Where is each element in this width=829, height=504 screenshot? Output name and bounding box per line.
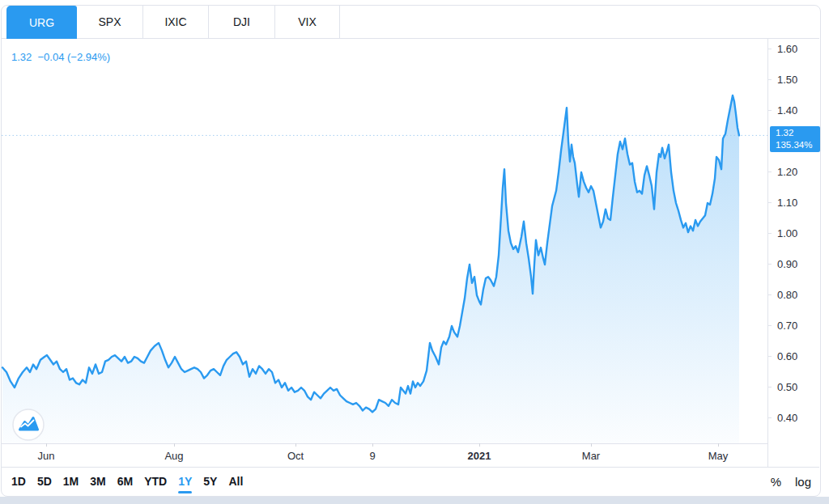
time-tick-mark bbox=[295, 443, 296, 447]
price-tick-mark bbox=[767, 264, 772, 265]
price-tick-label: 1.20 bbox=[777, 166, 797, 178]
price-tick-mark bbox=[767, 79, 772, 80]
price-tick-label: 0.40 bbox=[777, 412, 797, 424]
current-price-label: 1.32 135.34% bbox=[770, 126, 820, 152]
tradingview-widget: URGSPXIXICDJIVIX 1.32 −0.04 (−2.94%) 1.6… bbox=[0, 0, 829, 504]
tab-urg[interactable]: URG bbox=[6, 6, 77, 39]
price-tick-mark bbox=[767, 172, 772, 172]
time-tick-label: 2021 bbox=[468, 450, 491, 462]
percent-scale-button[interactable]: % bbox=[771, 475, 781, 489]
time-tick-label: Oct bbox=[287, 450, 304, 462]
range-button-1y[interactable]: 1Y bbox=[178, 474, 192, 489]
time-tick-label: 9 bbox=[369, 450, 375, 462]
price-tick: 1.60 bbox=[767, 43, 797, 55]
time-tick-label: May bbox=[708, 450, 729, 462]
time-tick-mark bbox=[591, 443, 592, 447]
price-tick: 1.20 bbox=[767, 166, 797, 178]
price-tick: 1.10 bbox=[767, 197, 797, 209]
time-tick-mark bbox=[479, 443, 480, 447]
price-tick-label: 1.60 bbox=[777, 43, 797, 55]
price-tick: 0.70 bbox=[767, 320, 797, 332]
price-tick-mark bbox=[767, 325, 772, 326]
price-tick: 0.50 bbox=[767, 381, 797, 393]
symbol-tab-bar: URGSPXIXICDJIVIX bbox=[6, 6, 340, 39]
page-background-strip bbox=[0, 497, 829, 504]
price-tick: 0.80 bbox=[767, 289, 797, 301]
range-button-3m[interactable]: 3M bbox=[90, 474, 105, 489]
toolbar-divider bbox=[2, 467, 819, 468]
price-tick-label: 0.60 bbox=[777, 350, 797, 362]
scale-toggle-group: %log bbox=[771, 472, 811, 491]
time-tick-label: Mar bbox=[582, 450, 600, 462]
price-tick: 1.00 bbox=[767, 227, 797, 239]
time-tick-label: Aug bbox=[164, 450, 183, 462]
range-button-ytd[interactable]: YTD bbox=[144, 474, 167, 489]
log-scale-button[interactable]: log bbox=[795, 475, 811, 489]
tab-dji[interactable]: DJI bbox=[209, 6, 275, 38]
current-price-percent: 135.34% bbox=[776, 139, 820, 151]
price-tick-label: 1.10 bbox=[777, 197, 797, 209]
chart-pan-area[interactable] bbox=[2, 39, 767, 443]
price-tick: 0.90 bbox=[767, 258, 797, 270]
range-button-5y[interactable]: 5Y bbox=[203, 474, 217, 489]
price-tick-label: 1.40 bbox=[777, 104, 797, 116]
price-tick-mark bbox=[767, 110, 772, 111]
price-tick-mark bbox=[767, 387, 772, 388]
range-button-5d[interactable]: 5D bbox=[37, 474, 52, 489]
tab-spx[interactable]: SPX bbox=[77, 6, 143, 38]
time-tick-mark bbox=[718, 443, 719, 447]
tradingview-logo-icon[interactable] bbox=[12, 409, 45, 441]
price-tick: 1.50 bbox=[767, 74, 797, 86]
price-tick-mark bbox=[767, 233, 772, 234]
price-tick-mark bbox=[767, 356, 772, 357]
range-button-1d[interactable]: 1D bbox=[11, 474, 26, 489]
range-button-1m[interactable]: 1M bbox=[63, 474, 79, 489]
price-tick-label: 0.50 bbox=[777, 381, 797, 393]
price-tick: 0.40 bbox=[767, 412, 797, 424]
price-tick-label: 0.90 bbox=[777, 258, 797, 270]
time-tick-mark bbox=[174, 443, 175, 447]
price-tick-label: 1.50 bbox=[777, 74, 797, 86]
time-tick-mark bbox=[372, 443, 373, 447]
price-tick-mark bbox=[767, 49, 772, 49]
range-toolbar: 1D5D1M3M6MYTD1Y5YAll bbox=[11, 472, 243, 491]
time-axis-line bbox=[2, 443, 767, 444]
price-axis-line bbox=[767, 38, 768, 467]
quote-change-line: 1.32 −0.04 (−2.94%) bbox=[11, 51, 110, 63]
range-button-6m[interactable]: 6M bbox=[117, 474, 133, 489]
price-tick-label: 0.70 bbox=[777, 320, 797, 332]
time-tick-mark bbox=[46, 443, 47, 447]
price-tick: 1.40 bbox=[767, 104, 797, 116]
price-tick-mark bbox=[767, 202, 772, 203]
range-button-all[interactable]: All bbox=[228, 474, 243, 489]
price-tick-mark bbox=[767, 417, 772, 418]
time-tick-label: Jun bbox=[38, 450, 55, 462]
price-tick-mark bbox=[767, 294, 772, 295]
price-tick: 0.60 bbox=[767, 350, 797, 362]
tab-ixic[interactable]: IXIC bbox=[143, 6, 209, 38]
price-tick-label: 0.80 bbox=[777, 289, 797, 301]
price-tick-label: 1.00 bbox=[777, 227, 797, 239]
tab-vix[interactable]: VIX bbox=[275, 6, 340, 38]
current-price-value: 1.32 bbox=[776, 127, 820, 139]
